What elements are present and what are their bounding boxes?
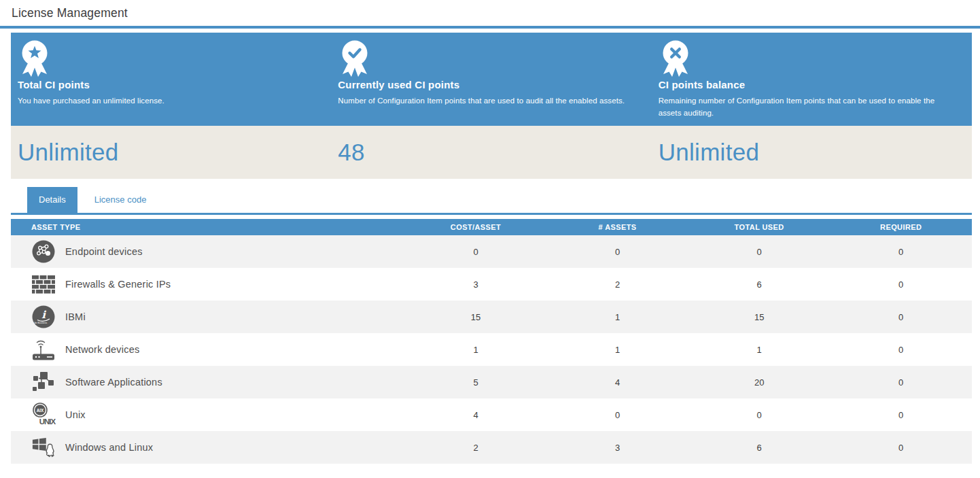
column-header-asset-type: ASSET TYPE (11, 219, 405, 235)
used-ci-points-section: Currently used CI points Number of Confi… (331, 33, 651, 126)
award-star-icon (19, 40, 50, 77)
total-used-value: 0 (688, 398, 830, 431)
asset-type-label: Network devices (65, 344, 139, 355)
total-used-value: 0 (688, 235, 830, 268)
license-values-band: Unlimited 48 Unlimited (11, 126, 972, 179)
asset-type-label: Software Applications (65, 377, 162, 388)
required-value: 0 (830, 398, 972, 431)
svg-text:AIX: AIX (37, 408, 44, 413)
firewall-icon (31, 272, 56, 296)
cost-per-asset-value: 0 (405, 235, 547, 268)
license-summary-banner: Total CI points You have purchased an un… (11, 33, 972, 126)
total-used-value: 20 (688, 366, 830, 398)
required-value: 0 (830, 301, 972, 333)
banner-section-description: Number of Configuration Item points that… (338, 95, 636, 107)
page-header: License Management (0, 0, 980, 26)
total-ci-points-value: Unlimited (11, 139, 331, 166)
column-header-num-assets: # ASSETS (546, 219, 688, 235)
total-used-value: 15 (688, 301, 830, 333)
asset-type-label: Unix (65, 409, 86, 420)
num-assets-value: 1 (546, 333, 688, 366)
required-value: 0 (830, 268, 972, 301)
cost-per-asset-value: 5 (405, 366, 547, 398)
banner-section-description: You have purchased an unlimited license. (18, 95, 316, 107)
required-value: 0 (830, 333, 972, 366)
svg-text:for Business: for Business (35, 322, 48, 324)
cost-per-asset-value: 4 (405, 398, 547, 431)
svg-text:UNIX: UNIX (39, 417, 56, 426)
total-used-value: 6 (688, 268, 830, 301)
used-ci-points-value: 48 (331, 139, 651, 166)
ibmi-icon: i for Business (31, 305, 56, 329)
tab-license-code[interactable]: License code (83, 187, 158, 213)
ci-points-balance-value: Unlimited (652, 139, 972, 166)
award-x-icon (660, 40, 691, 77)
table-row: i for Business IBMi 15 1 15 0 (11, 301, 972, 333)
unix-icon: AIX UNIX (31, 403, 56, 427)
award-check-icon (339, 40, 370, 77)
column-header-required: REQUIRED (830, 219, 972, 235)
asset-type-label: Firewalls & Generic IPs (65, 279, 171, 290)
banner-section-title: Total CI points (18, 79, 316, 90)
total-ci-points-section: Total CI points You have purchased an un… (11, 33, 331, 126)
header-divider (0, 26, 980, 29)
column-header-cost-asset: COST/ASSET (405, 219, 547, 235)
banner-section-title: CI points balance (659, 79, 957, 90)
column-header-total-used: TOTAL USED (688, 219, 830, 235)
windows-linux-icon (31, 435, 56, 460)
page-title: License Management (12, 6, 128, 20)
required-value: 0 (830, 366, 972, 398)
table-row: Firewalls & Generic IPs 3 2 6 0 (11, 268, 972, 301)
tab-details[interactable]: Details (27, 187, 77, 213)
total-used-value: 1 (688, 333, 830, 366)
table-row: AIX UNIX Unix 4 0 0 0 (11, 398, 972, 431)
content-area: Total CI points You have purchased an un… (11, 33, 972, 464)
table-header-row: ASSET TYPE COST/ASSET # ASSETS TOTAL USE… (11, 219, 972, 235)
num-assets-value: 0 (546, 398, 688, 431)
banner-section-title: Currently used CI points (338, 79, 636, 90)
num-assets-value: 2 (546, 268, 688, 301)
table-row: Software Applications 5 4 20 0 (11, 366, 972, 398)
asset-type-label: Windows and Linux (65, 442, 153, 453)
required-value: 0 (830, 431, 972, 464)
num-assets-value: 0 (546, 235, 688, 268)
cost-per-asset-value: 1 (405, 333, 547, 366)
endpoint-devices-icon (31, 239, 56, 264)
num-assets-value: 3 (546, 431, 688, 464)
cost-per-asset-value: 15 (405, 301, 547, 333)
software-applications-icon (31, 370, 56, 394)
cost-per-asset-value: 3 (405, 268, 547, 301)
license-details-table: ASSET TYPE COST/ASSET # ASSETS TOTAL USE… (11, 219, 972, 464)
ci-points-balance-section: CI points balance Remaining number of Co… (652, 33, 972, 126)
network-devices-icon (31, 337, 56, 362)
banner-section-description: Remaining number of Configuration Item p… (659, 95, 957, 120)
required-value: 0 (830, 235, 972, 268)
total-used-value: 6 (688, 431, 830, 464)
num-assets-value: 1 (546, 301, 688, 333)
asset-type-label: Endpoint devices (65, 246, 143, 257)
table-row: Network devices 1 1 1 0 (11, 333, 972, 366)
table-row: Endpoint devices 0 0 0 0 (11, 235, 972, 268)
num-assets-value: 4 (546, 366, 688, 398)
asset-type-label: IBMi (65, 311, 86, 322)
table-row: Windows and Linux 2 3 6 0 (11, 431, 972, 464)
cost-per-asset-value: 2 (405, 431, 547, 464)
tabs-bar: Details License code (11, 187, 972, 215)
